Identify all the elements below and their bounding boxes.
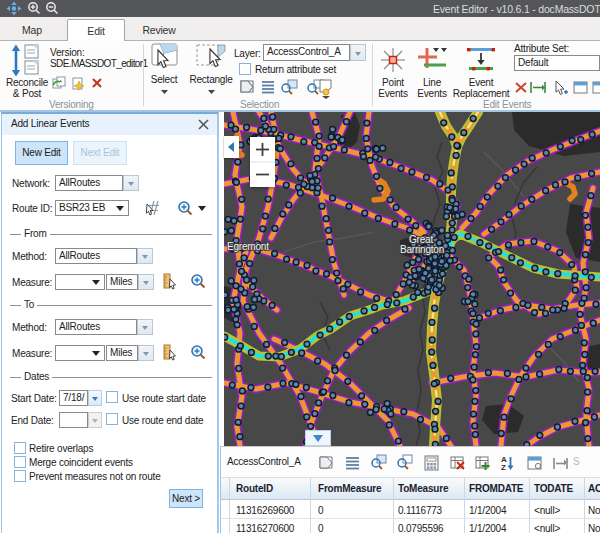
svg-text:Barrington: Barrington xyxy=(400,244,444,255)
svg-text:Egremont: Egremont xyxy=(227,241,269,252)
svg-text:Z: Z xyxy=(501,463,506,472)
